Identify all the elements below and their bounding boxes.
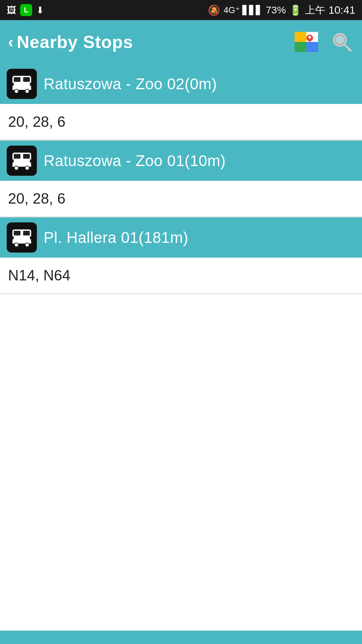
svg-rect-3: [295, 42, 306, 52]
svg-point-10: [335, 35, 345, 45]
stop-item: Pl. Hallera 01(181m) N14, N64: [0, 217, 362, 294]
svg-point-7: [308, 36, 311, 39]
svg-rect-34: [30, 236, 31, 239]
stop-name: Ratuszowa - Zoo 02(0m): [44, 75, 217, 93]
svg-rect-2: [306, 42, 318, 52]
stop-header[interactable]: Ratuszowa - Zoo 01(10m): [0, 141, 362, 181]
routes-row: N14, N64: [0, 258, 362, 293]
stop-item: Ratuszowa - Zoo 01(10m) 20, 28, 6: [0, 141, 362, 217]
mute-icon: 🔕: [208, 4, 220, 16]
svg-point-32: [25, 243, 29, 247]
download-icon: ⬇: [36, 5, 44, 16]
svg-point-24: [25, 166, 29, 170]
bus-icon: [7, 146, 37, 176]
svg-point-23: [14, 166, 18, 170]
svg-rect-29: [23, 231, 30, 235]
bus-icon: [7, 222, 37, 253]
back-button[interactable]: ‹: [8, 34, 13, 50]
stop-name: Ratuszowa - Zoo 01(10m): [44, 152, 226, 170]
stop-name: Pl. Hallera 01(181m): [44, 228, 188, 247]
svg-rect-25: [12, 159, 14, 163]
svg-line-9: [344, 44, 351, 51]
svg-rect-26: [30, 159, 31, 163]
photo-icon: 🖼: [7, 5, 16, 16]
svg-rect-28: [14, 231, 20, 235]
app-bar: ‹ Nearby Stops: [0, 20, 362, 64]
routes-row: 20, 28, 6: [0, 181, 362, 217]
map-button[interactable]: [293, 29, 320, 55]
svg-rect-21: [23, 154, 30, 159]
signal-icon: 4G⁺ ▋▋▋: [224, 5, 262, 15]
svg-point-16: [25, 89, 29, 93]
svg-rect-18: [30, 83, 31, 86]
svg-rect-17: [12, 83, 14, 86]
page-title: Nearby Stops: [17, 32, 133, 52]
svg-rect-13: [23, 77, 30, 82]
app-bar-left: ‹ Nearby Stops: [8, 32, 133, 52]
svg-rect-12: [14, 77, 20, 82]
chinese-am: 上午: [305, 3, 325, 17]
stop-item: Ratuszowa - Zoo 02(0m) 20, 28, 6: [0, 64, 362, 141]
search-button[interactable]: [330, 30, 354, 54]
stop-header[interactable]: Ratuszowa - Zoo 02(0m): [0, 64, 362, 104]
status-left-icons: 🖼 L ⬇: [7, 4, 44, 16]
status-bar: 🖼 L ⬇ 🔕 4G⁺ ▋▋▋ 73% 🔋 上午 10:41: [0, 0, 362, 20]
battery-icon: 🔋: [289, 4, 302, 16]
svg-rect-33: [12, 236, 14, 239]
status-right-icons: 🔕 4G⁺ ▋▋▋ 73% 🔋 上午 10:41: [208, 3, 355, 17]
svg-rect-1: [295, 32, 306, 42]
svg-point-31: [14, 243, 18, 247]
svg-point-15: [14, 89, 18, 93]
stop-header[interactable]: Pl. Hallera 01(181m): [0, 217, 362, 258]
routes-row: 20, 28, 6: [0, 104, 362, 140]
app-bar-right: [293, 29, 354, 55]
svg-rect-20: [14, 154, 20, 159]
stop-list: Ratuszowa - Zoo 02(0m) 20, 28, 6 Ratuszo…: [0, 64, 362, 294]
battery-text: 73%: [266, 4, 286, 16]
bottom-bar: [0, 631, 362, 644]
line-icon: L: [20, 4, 32, 16]
time-display: 10:41: [328, 4, 355, 16]
bus-icon: [7, 69, 37, 99]
